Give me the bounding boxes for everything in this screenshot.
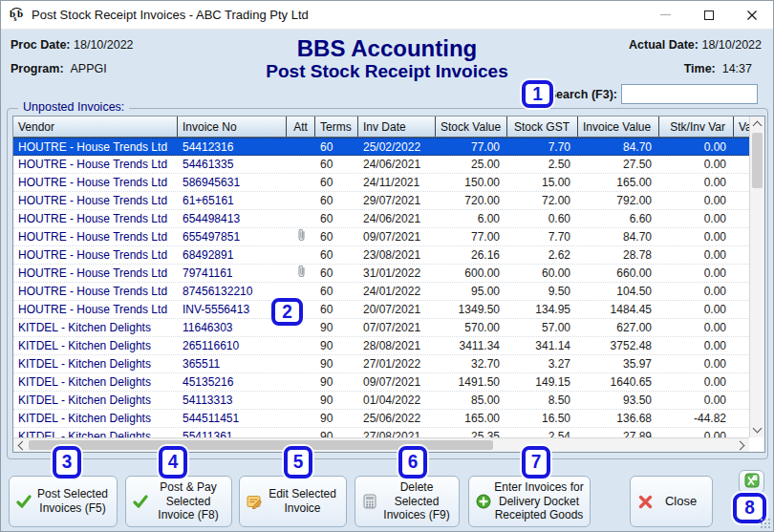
scroll-down-arrow-icon[interactable] <box>750 422 764 437</box>
table-row[interactable]: KITDEL - Kitchen Delights3655119027/01/2… <box>13 355 749 373</box>
grid-body: HOUTRE - House Trends Ltd544123166025/02… <box>13 138 749 437</box>
cell-att <box>287 174 315 191</box>
cell-va <box>734 210 749 227</box>
cell-stock_value: 77.00 <box>436 138 507 155</box>
cell-stk_inv_var: 0.00 <box>659 210 734 227</box>
table-row[interactable]: HOUTRE - House Trends Ltd6544984136024/0… <box>13 210 749 228</box>
cell-vendor: HOUTRE - House Trends Ltd <box>13 210 178 227</box>
table-row[interactable]: KITDEL - Kitchen Delights2651166109028/0… <box>13 337 749 355</box>
unposted-invoices-label: Unposted Invoices: <box>18 100 129 114</box>
cell-inv_date: 28/08/2021 <box>358 337 436 354</box>
column-header-stock_value: Stock Value <box>436 117 507 137</box>
cell-invoice_value: 1640.65 <box>578 373 659 391</box>
table-row[interactable]: HOUTRE - House Trends Ltd5869456316024/1… <box>13 174 749 192</box>
cell-invoice_no: 544511451 <box>178 410 287 427</box>
close-button[interactable]: Close <box>630 476 713 527</box>
cell-invoice_value: 627.00 <box>578 319 659 336</box>
cell-stk_inv_var: 0.00 <box>659 265 734 282</box>
table-row[interactable]: HOUTRE - House Trends LtdINV-55564136020… <box>13 301 749 319</box>
cell-vendor: HOUTRE - House Trends Ltd <box>13 138 178 155</box>
column-header-invoice_no: Invoice No <box>178 117 287 137</box>
cell-inv_date: 23/08/2021 <box>358 246 436 264</box>
cell-terms: 60 <box>315 192 358 209</box>
table-row[interactable]: HOUTRE - House Trends Ltd6554978516009/0… <box>13 228 749 246</box>
cell-va <box>734 373 749 391</box>
cell-att <box>287 228 315 245</box>
cell-vendor: KITDEL - Kitchen Delights <box>13 319 178 336</box>
titlebar: b b s Post Stock Receipt Invoices - ABC … <box>1 1 773 30</box>
cell-att <box>287 246 315 264</box>
cell-inv_date: 27/08/2021 <box>358 428 436 437</box>
cell-invoice_no: 654498413 <box>178 210 287 227</box>
maximize-button[interactable] <box>687 1 730 29</box>
cell-terms: 90 <box>315 355 358 372</box>
cell-stk_inv_var: 0.00 <box>659 428 734 437</box>
table-row[interactable]: KITDEL - Kitchen Delights451352169009/07… <box>13 373 749 392</box>
cell-stk_inv_var: 0.00 <box>659 301 734 318</box>
cell-stock_gst: 3.27 <box>507 355 578 372</box>
cell-stk_inv_var: 0.00 <box>659 392 734 409</box>
cell-stock_value: 26.16 <box>436 246 507 264</box>
app-icon: b b s <box>9 6 25 25</box>
cell-att <box>287 373 315 391</box>
cell-stk_inv_var: 0.00 <box>659 337 734 354</box>
scroll-right-arrow-icon[interactable] <box>734 438 749 452</box>
table-row[interactable]: HOUTRE - House Trends Ltd684928916023/08… <box>13 246 749 265</box>
cell-inv_date: 20/07/2021 <box>358 301 436 318</box>
table-row[interactable]: KITDEL - Kitchen Delights554113619027/08… <box>13 428 749 437</box>
callout-6: 6 <box>398 446 427 479</box>
table-row[interactable]: KITDEL - Kitchen Delights116463039007/07… <box>13 319 749 337</box>
column-header-invoice_value: Invoice Value <box>578 117 659 137</box>
scroll-up-arrow-icon[interactable] <box>750 117 764 132</box>
cell-stock_gst: 72.00 <box>507 192 578 209</box>
cell-stk_inv_var: 0.00 <box>659 174 734 191</box>
table-row[interactable]: HOUTRE - House Trends Ltd544123166025/02… <box>13 138 749 156</box>
cell-inv_date: 01/04/2022 <box>358 392 436 409</box>
scroll-left-arrow-icon[interactable] <box>13 438 29 452</box>
cell-vendor: KITDEL - Kitchen Delights <box>13 337 178 354</box>
post-stock-receipt-invoices-window: b b s Post Stock Receipt Invoices - ABC … <box>0 0 774 532</box>
vertical-scrollbar[interactable] <box>749 117 764 437</box>
time-value: 14:37 <box>722 62 752 75</box>
post-selected-invoices-button[interactable]: Post Selected Invoices (F5) <box>9 476 118 527</box>
cell-invoice_no: 55411361 <box>178 428 287 437</box>
table-row[interactable]: HOUTRE - House Trends Ltd61+651616029/07… <box>13 192 749 210</box>
search-label: Search (F3): <box>548 88 617 101</box>
table-row[interactable]: HOUTRE - House Trends Ltd874561322106024… <box>13 283 749 301</box>
cell-stock_gst: 15.00 <box>507 174 578 191</box>
cell-inv_date: 24/11/2021 <box>358 174 436 191</box>
export-to-excel-button[interactable] <box>739 470 764 494</box>
post-and-pay-selected-invoice-button[interactable]: Post & Pay Selected Invoice (F8) <box>125 476 232 527</box>
edit-selected-invoice-button[interactable]: Edit Selected Invoice <box>239 476 347 527</box>
cell-stock_gst: 2.62 <box>507 246 578 264</box>
cell-vendor: HOUTRE - House Trends Ltd <box>13 265 178 282</box>
cell-inv_date: 25/02/2022 <box>358 138 436 155</box>
column-header-va: Va <box>734 117 749 137</box>
table-row[interactable]: KITDEL - Kitchen Delights5445114519025/0… <box>13 410 749 428</box>
cell-invoice_no: 87456132210 <box>178 283 287 300</box>
cell-terms: 90 <box>315 392 358 409</box>
search-input[interactable] <box>621 84 758 104</box>
cell-inv_date: 24/01/2022 <box>358 283 436 300</box>
paperclip-icon <box>297 265 306 282</box>
cell-invoice_no: 365511 <box>178 355 287 372</box>
delete-selected-invoices-button[interactable]: Delete Selected Invoices (F9) <box>355 476 460 527</box>
cell-va <box>734 174 749 191</box>
minimize-button[interactable] <box>644 1 687 29</box>
close-window-button[interactable] <box>730 1 773 29</box>
enter-invoices-delivery-docket-button[interactable]: Enter Invoices for Delivery Docket Recei… <box>468 476 591 527</box>
actual-date-line: Actual Date: 18/10/2022 <box>629 38 762 52</box>
cell-va <box>734 301 749 318</box>
callout-4: 4 <box>159 446 187 479</box>
cell-invoice_no: 45135216 <box>178 373 287 391</box>
cell-vendor: HOUTRE - House Trends Ltd <box>13 283 178 300</box>
table-row[interactable]: HOUTRE - House Trends Ltd797411616031/01… <box>13 265 749 283</box>
cell-invoice_value: 27.89 <box>578 428 659 437</box>
cell-att <box>287 410 315 427</box>
horizontal-scrollbar[interactable] <box>13 437 749 452</box>
resize-grip[interactable] <box>760 518 771 529</box>
vertical-scrollbar-thumb[interactable] <box>752 133 763 188</box>
table-row[interactable]: HOUTRE - House Trends Ltd544613356024/06… <box>13 156 749 174</box>
table-row[interactable]: KITDEL - Kitchen Delights541133139001/04… <box>13 392 749 410</box>
cell-stk_inv_var: 0.00 <box>659 319 734 336</box>
